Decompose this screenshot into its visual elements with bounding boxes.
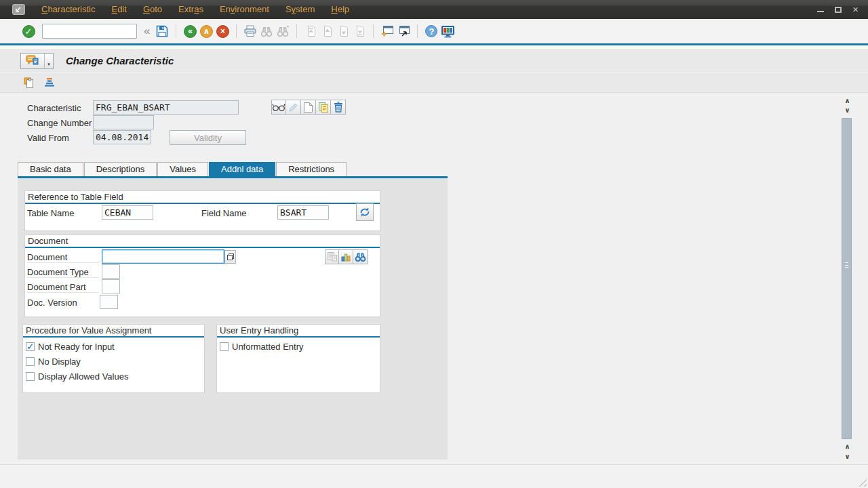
create-shortcut-button[interactable] — [395, 22, 412, 40]
multi-value-button[interactable] — [224, 250, 236, 264]
clipboard-button[interactable] — [21, 75, 37, 91]
field-name-input[interactable] — [277, 205, 329, 220]
menu-goto[interactable]: Goto — [135, 0, 170, 19]
document-display-button[interactable] — [325, 249, 339, 264]
characteristic-input[interactable] — [93, 100, 239, 115]
document-find-button[interactable] — [353, 249, 368, 264]
scroll-up-button[interactable]: ∧ — [843, 96, 852, 105]
menu-extras[interactable]: Extras — [170, 0, 212, 19]
trash-icon — [333, 101, 344, 113]
hierarchy-icon — [43, 77, 56, 88]
next-page-button[interactable] — [335, 22, 351, 40]
table-name-input[interactable] — [102, 205, 153, 220]
tab-basic-data[interactable]: Basic data — [18, 162, 83, 176]
menu-environment[interactable]: Environment — [212, 0, 277, 19]
checkbox-no-display[interactable]: No Display — [26, 357, 81, 367]
scroll-down-button-bottom[interactable]: ∨ — [843, 452, 852, 461]
user-entry-groupbox: User Entry Handling — [216, 324, 380, 393]
checkbox-box[interactable] — [26, 357, 35, 366]
system-menu-icon[interactable] — [12, 4, 25, 15]
cancel-button[interactable]: × — [214, 22, 231, 40]
checkbox-label: Unformatted Entry — [232, 342, 304, 352]
previous-page-icon — [321, 25, 333, 37]
scroll-down-button[interactable]: ∨ — [843, 106, 852, 115]
close-button[interactable]: × — [852, 6, 859, 13]
layout-button[interactable] — [439, 22, 456, 40]
copy-button[interactable] — [316, 100, 331, 115]
find-next-button[interactable] — [275, 22, 291, 40]
checkbox-display-allowed-values[interactable]: Display Allowed Values — [26, 371, 128, 382]
dropdown-icon[interactable]: ▾ — [44, 54, 53, 68]
services-for-object-button[interactable]: ▾ — [20, 53, 54, 69]
tab-descriptions[interactable]: Descriptions — [84, 162, 157, 176]
display-button[interactable] — [271, 100, 286, 115]
resize-grip[interactable] — [858, 478, 867, 487]
change-number-input[interactable] — [93, 115, 154, 129]
tab-addnl-data[interactable]: Addnl data — [209, 162, 275, 176]
checkbox-not-ready-for-input[interactable]: Not Ready for Input — [26, 342, 115, 352]
last-page-icon — [354, 25, 366, 37]
menu-system[interactable]: System — [277, 0, 323, 19]
last-page-button[interactable] — [351, 22, 368, 40]
binoculars-icon — [355, 251, 366, 262]
exit-button[interactable]: ∧ — [198, 22, 214, 40]
first-page-button[interactable] — [302, 22, 319, 40]
document-label: Document — [27, 252, 99, 263]
clipboard-icon — [23, 77, 35, 89]
document-chart-button[interactable] — [339, 249, 353, 264]
hierarchy-button[interactable] — [41, 75, 58, 91]
valid-from-label: Valid From — [27, 133, 69, 143]
command-field-combo: ▾ — [42, 24, 137, 39]
previous-page-button[interactable] — [319, 22, 335, 40]
exit-icon: ∧ — [200, 25, 213, 38]
doc-version-input[interactable] — [100, 295, 118, 309]
tab-restrictions[interactable]: Restrictions — [276, 162, 347, 176]
blank-page-icon — [303, 102, 313, 113]
enter-button[interactable]: ✓ — [20, 22, 37, 40]
multi-value-icon — [226, 253, 235, 261]
menu-help[interactable]: Help — [323, 0, 357, 19]
pencil-icon — [288, 102, 298, 113]
scroll-up-button-bottom[interactable]: ∧ — [843, 442, 852, 451]
print-button[interactable] — [242, 22, 258, 40]
find-next-icon — [277, 26, 289, 37]
tab-values[interactable]: Values — [157, 162, 208, 176]
menu-characteristic[interactable]: Characteristic — [33, 0, 103, 19]
delete-button[interactable] — [331, 100, 346, 115]
scrollbar-thumb[interactable] — [842, 118, 852, 439]
help-button[interactable]: ? — [423, 22, 439, 40]
document-part-input[interactable] — [102, 279, 120, 293]
document-actions — [325, 249, 368, 264]
menu-edit[interactable]: Edit — [103, 0, 134, 19]
next-page-icon — [338, 25, 349, 37]
save-button[interactable] — [154, 22, 170, 40]
page-title: Change Characteristic — [66, 55, 174, 66]
collapse-command-icon[interactable]: « — [144, 24, 150, 38]
change-number-label: Change Number — [27, 118, 92, 128]
checkbox-box[interactable] — [26, 342, 35, 351]
glasses-icon — [272, 103, 285, 112]
valid-from-input[interactable] — [93, 130, 151, 144]
refresh-icon — [359, 207, 371, 218]
document-display-icon — [327, 251, 338, 262]
document-type-input[interactable] — [102, 264, 120, 279]
checkbox-unformatted-entry[interactable]: Unformatted Entry — [220, 342, 304, 352]
new-session-icon — [381, 25, 394, 37]
back-button[interactable]: « — [182, 22, 198, 40]
new-session-button[interactable] — [379, 22, 395, 40]
document-input[interactable] — [102, 249, 224, 264]
checkbox-box[interactable] — [26, 372, 35, 381]
validity-button[interactable]: Validity — [170, 130, 246, 145]
window-controls: × — [817, 6, 859, 13]
find-button[interactable] — [258, 22, 275, 40]
create-button[interactable] — [301, 100, 316, 115]
checkbox-label: Display Allowed Values — [38, 371, 128, 382]
standard-toolbar: ✓ ▾ « « ∧ × — [0, 19, 868, 43]
checkbox-box[interactable] — [220, 342, 229, 351]
first-page-icon — [305, 25, 317, 37]
command-field[interactable] — [45, 25, 159, 37]
minimize-button[interactable] — [817, 7, 824, 12]
refresh-button[interactable] — [356, 203, 374, 221]
maximize-button[interactable] — [835, 7, 842, 13]
change-button[interactable] — [286, 100, 301, 115]
